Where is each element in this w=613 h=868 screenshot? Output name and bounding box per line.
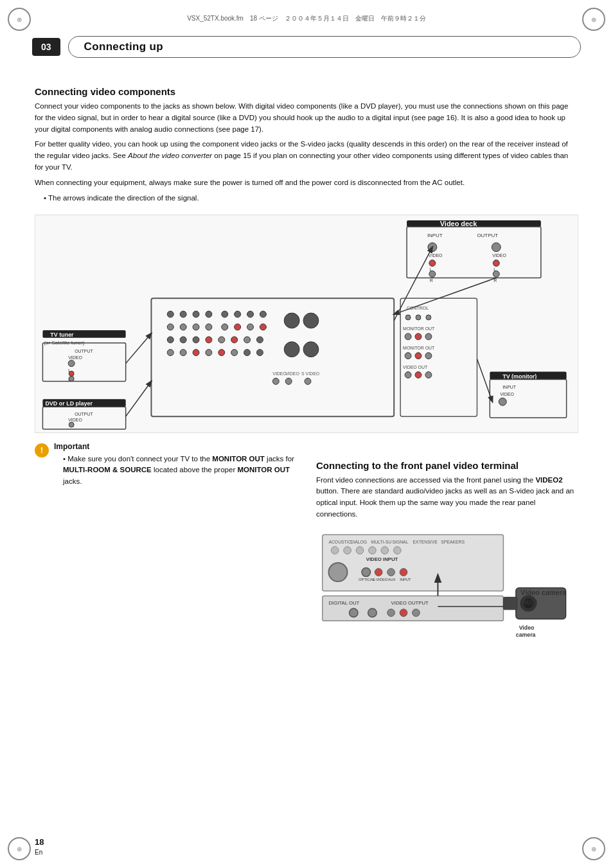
- svg-point-53: [180, 336, 186, 342]
- front-panel-svg: ACOUSTIC DIALOG MULTI-SU SIGNAL EXTENSIV…: [316, 527, 578, 642]
- svg-rect-139: [503, 597, 517, 609]
- body-para2: For better quality video, you can hook u…: [35, 139, 578, 173]
- svg-text:TV tuner: TV tuner: [50, 331, 74, 337]
- svg-text:DVD or LD player: DVD or LD player: [45, 400, 93, 407]
- bullet-signal-direction: The arrows indicate the direction of the…: [44, 193, 578, 204]
- svg-text:Video: Video: [519, 624, 535, 631]
- svg-point-75: [272, 378, 279, 384]
- svg-point-66: [244, 349, 251, 355]
- svg-text:MULTI-SU: MULTI-SU: [371, 540, 391, 544]
- front-panel-column: Connecting to the front panel video term…: [316, 442, 578, 642]
- svg-point-122: [375, 568, 382, 576]
- corner-decoration-tr: ⊕: [582, 8, 605, 31]
- svg-text:R: R: [493, 278, 497, 283]
- chapter-title: Connecting up: [68, 36, 581, 58]
- svg-point-41: [235, 311, 241, 317]
- svg-point-64: [218, 349, 225, 355]
- svg-point-123: [387, 568, 395, 576]
- svg-point-92: [405, 371, 411, 378]
- svg-point-47: [206, 324, 212, 330]
- svg-text:EXTENSIVE: EXTENSIVE: [413, 540, 438, 544]
- chapter-number: 03: [32, 38, 60, 56]
- svg-point-16: [493, 270, 499, 277]
- page-number: 18: [35, 837, 44, 847]
- important-box: ! Important Make sure you don't connect …: [35, 442, 297, 493]
- svg-point-6: [428, 242, 437, 251]
- svg-text:DIALOG: DIALOG: [350, 540, 367, 544]
- svg-point-38: [193, 311, 199, 317]
- svg-point-59: [256, 336, 263, 342]
- svg-point-82: [426, 315, 431, 320]
- svg-point-124: [400, 568, 407, 576]
- svg-point-45: [180, 324, 186, 330]
- svg-point-115: [356, 546, 364, 554]
- bottom-columns: ! Important Make sure you don't connect …: [35, 442, 578, 642]
- svg-point-58: [244, 336, 251, 342]
- svg-point-14: [493, 260, 499, 266]
- svg-point-65: [231, 349, 238, 355]
- svg-point-120: [328, 563, 347, 581]
- important-bullet: Make sure you don't connect your TV to t…: [63, 454, 297, 488]
- svg-point-24: [68, 360, 75, 366]
- important-column: ! Important Make sure you don't connect …: [35, 442, 297, 642]
- svg-text:VIDEO OUT: VIDEO OUT: [403, 364, 428, 369]
- svg-point-60: [167, 349, 173, 355]
- page-footer: 18 En: [35, 837, 44, 856]
- svg-point-51: [260, 324, 266, 330]
- page-number-sub: En: [35, 849, 42, 856]
- svg-text:S-VIDEO: S-VIDEO: [372, 578, 387, 581]
- svg-text:VIDEO OUTPUT: VIDEO OUTPUT: [391, 600, 429, 606]
- svg-text:INPUT: INPUT: [427, 232, 443, 238]
- svg-point-70: [284, 341, 299, 357]
- header-meta: VSX_52TX.book.fm 18 ページ ２００４年５月１４日 金曜日 午…: [39, 14, 574, 23]
- svg-point-28: [69, 376, 74, 381]
- svg-point-77: [305, 378, 311, 384]
- svg-point-68: [284, 313, 299, 328]
- body-para3: When connecting your equipment, always m…: [35, 177, 578, 189]
- svg-text:MONITOR OUT: MONITOR OUT: [403, 326, 435, 330]
- svg-point-42: [247, 311, 254, 317]
- section-heading-video: Connecting video components: [35, 86, 578, 97]
- svg-point-57: [231, 336, 238, 342]
- connection-diagram: Video deck INPUT OUTPUT VIDEO L R VIDEO …: [35, 215, 578, 433]
- svg-text:VIDEO: VIDEO: [272, 371, 287, 375]
- svg-text:VIDEO: VIDEO: [500, 392, 514, 396]
- svg-point-88: [405, 352, 411, 359]
- front-panel-body: Front video connections are accessed via…: [316, 475, 578, 520]
- svg-text:VIDEO: VIDEO: [429, 252, 443, 257]
- svg-point-94: [425, 371, 432, 378]
- svg-text:VIDEO INPUT: VIDEO INPUT: [366, 556, 398, 562]
- svg-point-85: [415, 333, 422, 339]
- svg-point-136: [413, 609, 420, 617]
- svg-text:VIDEO: VIDEO: [68, 418, 82, 422]
- svg-point-116: [369, 546, 377, 554]
- important-content: Important Make sure you don't connect yo…: [54, 442, 297, 493]
- svg-point-44: [167, 324, 173, 330]
- svg-text:SIGNAL: SIGNAL: [393, 540, 409, 544]
- svg-text:VIDEO: VIDEO: [285, 371, 299, 375]
- svg-text:SPEAKERS: SPEAKERS: [441, 540, 465, 544]
- corner-decoration-tl: ⊕: [8, 8, 31, 31]
- svg-point-61: [180, 349, 186, 355]
- svg-point-93: [415, 371, 422, 378]
- svg-point-100: [499, 398, 506, 405]
- svg-point-26: [69, 371, 74, 376]
- svg-point-62: [193, 349, 199, 355]
- svg-text:OUTPUT: OUTPUT: [75, 412, 93, 416]
- svg-text:AUX: AUX: [388, 578, 396, 581]
- svg-point-55: [206, 336, 212, 342]
- svg-point-117: [381, 546, 389, 554]
- svg-text:OUTPUT: OUTPUT: [477, 232, 498, 238]
- important-label: Important: [54, 442, 297, 451]
- svg-text:camera: camera: [516, 631, 536, 637]
- svg-text:Video deck: Video deck: [440, 219, 477, 227]
- svg-point-39: [206, 311, 212, 317]
- svg-point-76: [285, 378, 292, 384]
- svg-point-69: [303, 313, 319, 328]
- svg-text:INPUT: INPUT: [502, 385, 517, 389]
- svg-point-37: [180, 311, 186, 317]
- main-content: Connecting video components Connect your…: [35, 68, 578, 833]
- svg-point-52: [167, 336, 173, 342]
- svg-point-134: [387, 609, 395, 617]
- video-camera-label: Video camera (etc.): [520, 588, 578, 608]
